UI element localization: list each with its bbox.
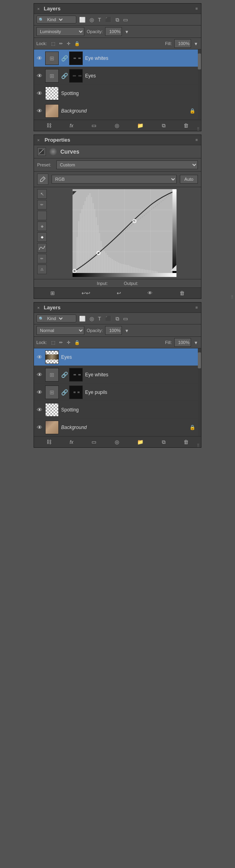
scrollbar-top[interactable]	[198, 49, 201, 120]
lock-paint-btn[interactable]: ✏	[58, 41, 64, 46]
preset-dropdown[interactable]: Custom Default Linear Contrast	[56, 160, 198, 169]
fill-input-bottom[interactable]	[174, 338, 191, 347]
layer-item-spotting-bottom[interactable]: 👁 Spotting	[34, 401, 198, 419]
opacity-input-bottom[interactable]	[105, 326, 122, 335]
footer-link-top[interactable]: ⛓	[46, 123, 52, 129]
curve-eyedropper-white[interactable]: ◆	[37, 232, 47, 242]
panel-menu-icon-top[interactable]: ≡	[195, 6, 198, 11]
curve-draw-tool[interactable]: ✏	[37, 200, 47, 210]
curve-select-tool[interactable]: ↖	[37, 189, 47, 199]
layer-item-bg-top[interactable]: 👁 Background 🔒	[34, 102, 198, 120]
kind-dropdown-bottom[interactable]: Kind	[44, 314, 64, 322]
prop-menu-icon[interactable]: ≡	[195, 138, 198, 142]
panel-menu-icon-bottom[interactable]: ≡	[195, 305, 198, 310]
lock-move-btn-bottom[interactable]: ✛	[66, 340, 72, 345]
footer-circle-top[interactable]: ◎	[115, 123, 119, 129]
fill-input-top[interactable]	[174, 39, 191, 48]
visibility-spotting-top[interactable]: 👁	[36, 90, 43, 97]
layer-item-eye-whites-bottom[interactable]: 👁 ⊞ 🔗 Eye whites	[34, 366, 198, 384]
footer-eye-prop[interactable]: 👁	[147, 290, 153, 296]
footer-undo-prop[interactable]: ↩	[117, 290, 121, 296]
curves-canvas[interactable]	[50, 189, 199, 277]
opacity-input-top[interactable]	[105, 27, 122, 36]
thumb-eye-pupils-mask	[69, 386, 83, 399]
footer-trash-prop[interactable]: 🗑	[179, 290, 185, 296]
filter-shape-icon[interactable]: ⬛	[104, 17, 113, 23]
lock-transparent-btn-bottom[interactable]: ⬚	[50, 340, 56, 345]
svg-rect-66	[73, 273, 177, 277]
footer-folder-top[interactable]: 📁	[137, 123, 143, 129]
filter-type-icon-bottom[interactable]: T	[97, 316, 102, 322]
curve-smooth-tool[interactable]	[37, 243, 47, 253]
opacity-arrow-top[interactable]: ▾	[124, 29, 129, 35]
lock-all-btn-bottom[interactable]: 🔒	[73, 340, 81, 345]
footer-folder-bottom[interactable]: 📁	[137, 439, 143, 445]
visibility-eye-whites-bottom[interactable]: 👁	[36, 372, 43, 378]
search-filter-box[interactable]: 🔍 Kind	[36, 16, 76, 24]
curve-eyedropper-black[interactable]: ◆	[37, 211, 47, 220]
prop-close-x[interactable]: ×	[37, 138, 40, 142]
kind-dropdown[interactable]: Kind	[44, 16, 64, 24]
filter-toggle-icon-bottom[interactable]: ▭	[122, 316, 129, 322]
panel-close-x-bottom[interactable]: ×	[37, 305, 40, 310]
blend-mode-dropdown-bottom[interactable]: Normal Luminosity	[36, 326, 84, 335]
footer-history-prop[interactable]: ↩↩	[82, 290, 90, 296]
curve-eyedropper-gray[interactable]: ◆	[37, 221, 47, 231]
lock-all-btn[interactable]: 🔒	[73, 41, 81, 46]
scrollbar-thumb-bottom[interactable]	[198, 352, 201, 368]
footer-trash-bottom[interactable]: 🗑	[183, 439, 189, 445]
filter-type-icon[interactable]: T	[97, 17, 102, 23]
footer-circle-bottom[interactable]: ◎	[115, 439, 119, 445]
filter-toggle-icon[interactable]: ▭	[122, 17, 129, 23]
curve-pencil-tool[interactable]: ✏	[37, 254, 47, 263]
lock-move-btn[interactable]: ✛	[66, 41, 72, 46]
filter-smart-icon-bottom[interactable]: ⧉	[114, 316, 120, 322]
channel-picker-icon[interactable]	[37, 174, 48, 185]
layer-item-eye-whites[interactable]: 👁 ⊞ 🔗 Eye whites	[34, 49, 198, 67]
layer-item-bg-bottom[interactable]: 👁 Background 🔒	[34, 419, 198, 436]
footer-link-bottom[interactable]: ⛓	[46, 439, 52, 445]
lock-transparent-btn[interactable]: ⬚	[50, 41, 56, 46]
layer-item-eyes-bottom[interactable]: 👁 Eyes	[34, 348, 198, 366]
filter-image-icon[interactable]: ⬜	[78, 17, 87, 23]
resize-handle-prop[interactable]: ⣿	[231, 295, 234, 298]
filter-adjust-icon[interactable]: ◎	[88, 17, 95, 23]
visibility-eyes-adj[interactable]: 👁	[36, 73, 43, 79]
visibility-spotting-bottom[interactable]: 👁	[36, 407, 43, 413]
footer-fx-bottom[interactable]: fx	[70, 439, 73, 445]
lock-paint-btn-bottom[interactable]: ✏	[58, 340, 64, 345]
filter-image-icon-bottom[interactable]: ⬜	[78, 316, 87, 322]
svg-rect-40	[134, 267, 135, 273]
filter-adjust-icon-bottom[interactable]: ◎	[88, 316, 95, 322]
filter-shape-icon-bottom[interactable]: ⬛	[104, 316, 113, 322]
footer-curve-top[interactable]: ▭	[92, 123, 96, 129]
panel-close-x[interactable]: ×	[37, 6, 40, 11]
fill-arrow-top[interactable]: ▾	[193, 41, 199, 47]
blend-mode-dropdown-top[interactable]: Luminosity Normal	[36, 27, 84, 36]
resize-handle-top[interactable]: ⣿	[197, 127, 200, 130]
layer-item-eyes-adj[interactable]: 👁 ⊞ 🔗 Eyes	[34, 67, 198, 85]
footer-copy-top[interactable]: ⧉	[162, 123, 165, 129]
visibility-eyes-bottom[interactable]: 👁	[36, 354, 43, 360]
footer-curve-bottom[interactable]: ▭	[92, 439, 96, 445]
layer-item-spotting-top[interactable]: 👁 Spotting	[34, 85, 198, 102]
curve-warning-tool[interactable]: ⚠	[37, 265, 47, 274]
visibility-bg-top[interactable]: 👁	[36, 108, 43, 114]
footer-copy-bottom[interactable]: ⧉	[162, 439, 165, 445]
footer-target-prop[interactable]: ⊞	[50, 290, 55, 296]
visibility-eye-pupils[interactable]: 👁	[36, 389, 43, 395]
search-filter-box-bottom[interactable]: 🔍 Kind	[36, 314, 76, 322]
footer-trash-top[interactable]: 🗑	[183, 123, 189, 129]
filter-smart-icon[interactable]: ⧉	[114, 17, 120, 23]
auto-button[interactable]: Auto	[180, 175, 198, 184]
visibility-eye-whites[interactable]: 👁	[36, 55, 43, 61]
channel-dropdown[interactable]: RGB Red Green Blue	[52, 175, 177, 184]
visibility-bg-bottom[interactable]: 👁	[36, 424, 43, 431]
layer-item-eye-pupils[interactable]: 👁 ⊞ 🔗 Eye pupils	[34, 384, 198, 401]
resize-handle-bottom[interactable]: ⣿	[197, 443, 200, 447]
opacity-arrow-bottom[interactable]: ▾	[124, 328, 129, 334]
fill-arrow-bottom[interactable]: ▾	[193, 340, 199, 346]
scrollbar-thumb-top[interactable]	[198, 53, 201, 69]
footer-fx-top[interactable]: fx	[70, 123, 73, 129]
scrollbar-bottom[interactable]	[198, 348, 201, 436]
